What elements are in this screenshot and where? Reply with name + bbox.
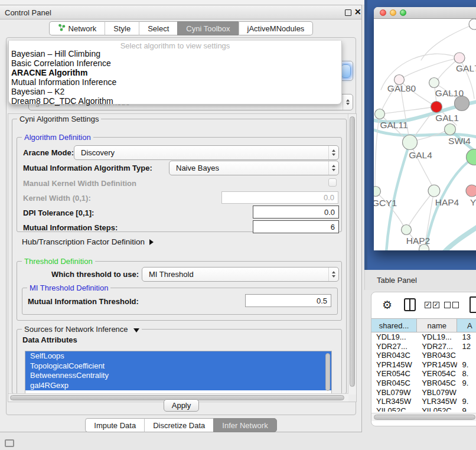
table-cell[interactable]: YER054C [417,369,457,379]
table-cell[interactable]: YBR043C [417,351,457,360]
list-scrollbar[interactable] [325,353,330,391]
table-row[interactable]: YBL079WYBL079W [371,388,476,397]
table-horizontal-scrollbar[interactable] [371,413,476,421]
column-header[interactable]: shared... [371,319,417,332]
tab-discretize-data[interactable]: Discretize Data [144,418,213,432]
tab-style[interactable]: Style [105,21,139,35]
tab-select[interactable]: Select [139,21,177,35]
settings-vertical-scrollbar[interactable] [348,114,356,394]
dropdown-item[interactable]: Mutual Information Inference [9,77,341,87]
network-node[interactable] [466,185,476,197]
table-cell[interactable]: 9. [457,397,476,406]
hub-factor-expander[interactable]: Hub/Transcription Factor Definition [22,237,154,246]
network-node[interactable] [375,109,385,119]
table-cell[interactable]: YPR145W [417,360,457,370]
table-cell[interactable]: YDL19... [371,332,417,342]
table-cell[interactable] [457,351,476,360]
dpi-tolerance-field[interactable]: 0.0 [253,206,339,219]
which-threshold-combo[interactable]: MI Threshold [142,267,339,282]
table-cell[interactable]: YDR27... [371,342,417,351]
tab-network[interactable]: Network [49,21,105,35]
table-cell[interactable]: 13 [457,332,476,342]
checked-box-icon[interactable]: ✓ [433,302,439,308]
table-cell[interactable]: YPR145W [371,360,417,370]
table-row[interactable]: YDR27...YDR27...12 [371,342,476,351]
table-cell[interactable]: YIL052C [371,406,417,412]
table-row[interactable]: YBR045CYBR045C9. [371,379,476,388]
table-cell[interactable]: YDL19... [417,332,457,342]
network-window[interactable]: GAL7GAL80GAL10GAL1GAL11SWI4GAL4GCY1HAP4Y… [374,7,476,250]
restore-icon[interactable] [345,9,351,16]
dropdown-item[interactable]: Bayesian – K2 [9,87,341,96]
document-icon[interactable] [470,296,476,313]
table-row[interactable]: YIL052CYIL052C9. [371,406,476,412]
dropdown-item[interactable]: Dream8 DC_TDC Algorithm [9,96,341,106]
unchecked-box-icon[interactable] [444,302,451,308]
unchecked-box-icon[interactable] [452,302,459,308]
network-canvas[interactable]: GAL7GAL80GAL10GAL1GAL11SWI4GAL4GCY1HAP4Y… [374,19,476,250]
tab-infer-network[interactable]: Infer Network [213,418,276,432]
apply-button[interactable]: Apply [164,399,199,412]
column-header[interactable]: name [417,319,457,332]
table-row[interactable]: YDL19...YDL19...13 [371,332,476,342]
dock-panel-icon[interactable] [5,439,14,447]
tab-cyni-toolbox[interactable]: Cyni Toolbox [177,21,238,35]
split-columns-icon[interactable] [404,298,416,311]
collapse-arrow-icon[interactable] [133,328,139,332]
mi-algorithm-type-combo[interactable]: Naive Bayes [169,161,339,175]
table-cell[interactable]: YBR043C [371,351,417,360]
table-row[interactable]: YPR145WYPR145W9. [371,360,476,370]
network-node[interactable] [445,124,456,135]
table-cell[interactable]: YLR345W [417,397,457,406]
attribute-item[interactable]: gal4RGexp [25,381,331,391]
dropdown-item[interactable]: Basic Correlation Inference [9,58,341,68]
table-cell[interactable]: YDR27... [417,342,457,351]
attribute-item[interactable]: SelfLoops [25,351,331,361]
data-attributes-list[interactable]: SelfLoopsTopologicalCoefficientBetweenne… [25,351,332,394]
table-cell[interactable]: YER054C [371,369,417,379]
table-row[interactable]: YBR043CYBR043C [371,351,476,360]
attribute-item[interactable]: BetweennessCentrality [25,371,331,381]
tab-jactivemnodules[interactable]: jActiveMNodules [239,21,314,35]
aracne-mode-combo[interactable]: Discovery [74,145,339,160]
network-node[interactable] [431,102,442,113]
dropdown-item[interactable]: ARACNE Algorithm [9,68,341,77]
network-node[interactable] [402,225,412,235]
table-cell[interactable]: YBL079W [417,388,457,397]
focused-stepper-button[interactable] [341,64,351,78]
table-cell[interactable]: 8. [457,369,476,379]
table-cell[interactable]: 9. [457,360,476,370]
table-row[interactable]: YLR345WYLR345W9. [371,397,476,406]
attribute-item[interactable]: TopologicalCoefficient [25,361,331,371]
table-row[interactable]: YER054CYER054C8. [371,369,476,379]
network-node[interactable] [428,185,440,197]
table-cell[interactable] [457,388,476,397]
network-node[interactable] [403,135,418,150]
dropdown-item[interactable]: Bayesian – Hill Climbing [9,49,341,58]
mac-minimize-button[interactable] [390,9,396,16]
mac-zoom-button[interactable] [400,9,406,16]
table-cell[interactable]: YLR345W [371,397,417,406]
network-node[interactable] [374,187,381,197]
tab-impute-data[interactable]: Impute Data [85,418,144,432]
network-node[interactable] [454,53,465,63]
network-node[interactable] [455,96,470,111]
network-window-titlebar[interactable] [374,7,476,19]
manual-kernel-width-checkbox[interactable] [328,178,337,187]
network-node[interactable] [429,78,439,88]
table-cell[interactable]: 12 [457,342,476,351]
column-header[interactable]: A [457,319,476,332]
table-cell[interactable]: 9. [457,379,476,388]
table-cell[interactable]: YIL052C [417,406,457,412]
gear-icon[interactable]: ⚙ [382,298,392,312]
mi-steps-field[interactable]: 6 [253,220,339,233]
checked-box-icon[interactable]: ✓ [425,302,431,308]
close-icon[interactable]: ✕ [354,7,361,17]
table-cell[interactable]: YBR045C [371,379,417,388]
mi-threshold-field[interactable]: 0.5 [245,294,331,307]
mac-close-button[interactable] [380,9,386,16]
table-cell[interactable]: YBL079W [371,388,417,397]
table-cell[interactable]: YBR045C [417,379,457,388]
network-node[interactable] [469,19,476,30]
table-cell[interactable]: 9. [457,406,476,412]
